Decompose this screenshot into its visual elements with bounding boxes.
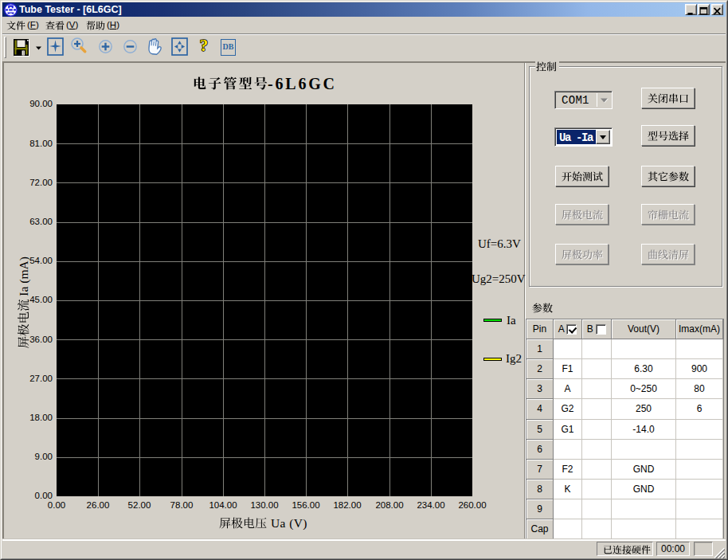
svg-text:?: ? [200, 37, 209, 55]
